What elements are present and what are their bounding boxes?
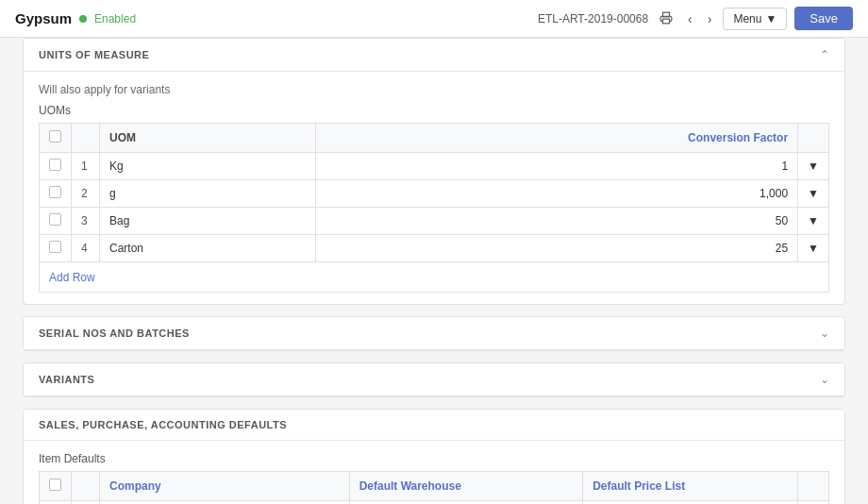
item-defaults-row-num: 1 — [72, 501, 100, 505]
uoms-col-uom: UOM — [100, 124, 316, 153]
uoms-row-dropdown-icon[interactable]: ▼ — [798, 235, 829, 262]
uoms-row-checkbox[interactable] — [49, 186, 61, 198]
uoms-row-checkbox[interactable] — [49, 241, 61, 253]
uoms-row-checkbox[interactable] — [49, 159, 61, 171]
uoms-select-all-checkbox[interactable] — [49, 130, 61, 143]
status-label: Enabled — [94, 12, 136, 25]
uoms-col-conversion: Conversion Factor — [316, 124, 798, 153]
uoms-row: 2 g 1,000 ▼ — [40, 180, 829, 208]
sales-purchase-header[interactable]: SALES, PURCHASE, ACCOUNTING DEFAULTS — [24, 410, 844, 441]
uoms-col-num — [72, 124, 100, 153]
variants-header[interactable]: VARIANTS ⌄ — [24, 363, 844, 396]
item-defaults-select-all-checkbox[interactable] — [49, 479, 61, 491]
sales-purchase-section: SALES, PURCHASE, ACCOUNTING DEFAULTS Ite… — [23, 409, 845, 504]
item-defaults-col-action — [798, 472, 829, 501]
item-defaults-header-row: Company Default Warehouse Default Price … — [40, 472, 829, 501]
variants-title: VARIANTS — [39, 374, 94, 385]
units-of-measure-section: UNITS OF MEASURE ⌃ Will also apply for v… — [23, 38, 845, 305]
svg-rect-1 — [663, 19, 670, 24]
doc-id: ETL-ART-2019-00068 — [538, 12, 648, 25]
uoms-row-num: 2 — [72, 180, 100, 208]
variants-section: VARIANTS ⌄ — [23, 362, 845, 397]
serial-nos-chevron-icon: ⌄ — [820, 327, 829, 340]
sales-purchase-title: SALES, PURCHASE, ACCOUNTING DEFAULTS — [39, 419, 287, 430]
menu-button[interactable]: Menu ▼ — [723, 8, 787, 30]
units-of-measure-chevron-icon: ⌃ — [820, 48, 829, 61]
uoms-col-checkbox — [40, 124, 72, 153]
item-defaults-col-price-list: Default Price List — [583, 472, 798, 501]
uoms-col-action — [798, 124, 829, 153]
item-defaults-col-num — [72, 472, 100, 501]
uoms-header-row: UOM Conversion Factor — [40, 124, 829, 153]
uoms-row-checkbox[interactable] — [49, 213, 61, 226]
uoms-row-uom: Carton — [100, 235, 316, 262]
serial-nos-section: SERIAL NOS AND BATCHES ⌄ — [23, 316, 845, 351]
uoms-row-uom: Kg — [100, 153, 316, 180]
uoms-row-dropdown-icon[interactable]: ▼ — [798, 180, 829, 208]
item-defaults-subtitle: Item Defaults — [39, 452, 829, 465]
item-defaults-col-checkbox — [40, 472, 72, 501]
topbar-left: Gypsum Enabled — [15, 10, 136, 26]
main-content: UNITS OF MEASURE ⌃ Will also apply for v… — [0, 38, 868, 504]
uoms-row-checkbox-cell — [40, 153, 72, 180]
item-defaults-row-company: Enigma The Labyrinth — [100, 501, 350, 505]
uoms-row-num: 3 — [72, 208, 100, 235]
uoms-subtitle: UOMs — [39, 104, 829, 117]
status-dot — [79, 15, 87, 23]
units-of-measure-title: UNITS OF MEASURE — [39, 49, 149, 60]
uoms-row-uom: Bag — [100, 208, 316, 235]
menu-label: Menu — [733, 12, 761, 25]
save-button[interactable]: Save — [794, 7, 853, 30]
item-defaults-row-dropdown-icon[interactable]: ▼ — [798, 501, 829, 505]
variants-chevron-icon: ⌄ — [820, 373, 829, 386]
item-defaults-row-price-list: Standard Selling — [583, 501, 798, 505]
item-defaults-row-warehouse: Stores - ETL — [349, 501, 583, 505]
uoms-row-dropdown-icon[interactable]: ▼ — [798, 153, 829, 180]
serial-nos-header[interactable]: SERIAL NOS AND BATCHES ⌄ — [24, 317, 844, 350]
uoms-row-conversion: 1,000 — [316, 180, 798, 208]
uoms-row-conversion: 1 — [316, 153, 798, 180]
menu-chevron-icon: ▼ — [765, 12, 776, 25]
print-button[interactable] — [656, 8, 676, 30]
serial-nos-title: SERIAL NOS AND BATCHES — [39, 328, 190, 339]
uoms-row-num: 4 — [72, 235, 100, 262]
uoms-table: UOM Conversion Factor 1 Kg 1 ▼ 2 g 1,000… — [39, 123, 829, 262]
brand-name: Gypsum — [15, 10, 72, 26]
uoms-row: 1 Kg 1 ▼ — [40, 153, 829, 180]
prev-button[interactable]: ‹ — [684, 8, 696, 29]
units-of-measure-header[interactable]: UNITS OF MEASURE ⌃ — [24, 39, 844, 72]
units-of-measure-body: Will also apply for variants UOMs UOM Co… — [24, 72, 844, 304]
uoms-row-dropdown-icon[interactable]: ▼ — [798, 208, 829, 235]
uoms-row-conversion: 50 — [316, 208, 798, 235]
item-defaults-row: 1 Enigma The Labyrinth Stores - ETL Stan… — [40, 501, 829, 505]
item-defaults-col-company: Company — [100, 472, 350, 501]
item-defaults-col-warehouse: Default Warehouse — [349, 472, 583, 501]
sales-purchase-body: Item Defaults Company Default Warehouse … — [24, 441, 844, 504]
uoms-add-row-cell: Add Row — [39, 262, 829, 293]
uoms-row-checkbox-cell — [40, 235, 72, 262]
uoms-add-row-button[interactable]: Add Row — [49, 271, 95, 284]
uoms-row-checkbox-cell — [40, 208, 72, 235]
uoms-row-num: 1 — [72, 153, 100, 180]
units-of-measure-note: Will also apply for variants — [39, 83, 829, 96]
uoms-row-conversion: 25 — [316, 235, 798, 262]
topbar-right: ETL-ART-2019-00068 ‹ › Menu ▼ Save — [538, 7, 853, 30]
topbar: Gypsum Enabled ETL-ART-2019-00068 ‹ › Me… — [0, 0, 868, 38]
uoms-row: 4 Carton 25 ▼ — [40, 235, 829, 262]
item-defaults-row-checkbox-cell — [40, 501, 72, 505]
uoms-row-checkbox-cell — [40, 180, 72, 208]
next-button[interactable]: › — [704, 8, 716, 29]
item-defaults-table: Company Default Warehouse Default Price … — [39, 471, 829, 504]
uoms-row-uom: g — [100, 180, 316, 208]
uoms-row: 3 Bag 50 ▼ — [40, 208, 829, 235]
